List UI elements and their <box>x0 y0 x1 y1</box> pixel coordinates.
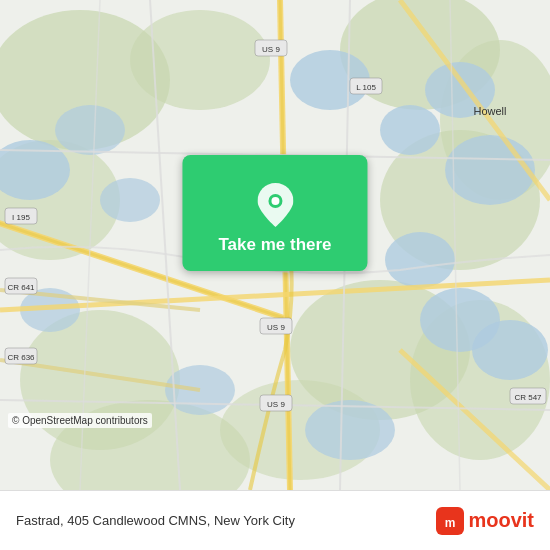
svg-point-22 <box>305 400 395 460</box>
osm-credit: © OpenStreetMap contributors <box>8 413 152 428</box>
osm-credit-text: © OpenStreetMap contributors <box>12 415 148 426</box>
location-text: Fastrad, 405 Candlewood CMNS, New York C… <box>16 513 295 528</box>
svg-point-20 <box>55 105 125 155</box>
svg-point-18 <box>472 320 548 380</box>
svg-point-15 <box>445 135 535 205</box>
moovit-logo-icon: m <box>436 507 464 535</box>
svg-text:I 195: I 195 <box>12 213 30 222</box>
moovit-text: moovit <box>468 509 534 532</box>
svg-text:CR 547: CR 547 <box>514 393 542 402</box>
svg-text:CR 641: CR 641 <box>7 283 35 292</box>
moovit-logo: m moovit <box>436 507 534 535</box>
svg-text:Howell: Howell <box>473 105 506 117</box>
svg-text:US 9: US 9 <box>267 400 285 409</box>
svg-point-13 <box>380 105 440 155</box>
bottom-bar: Fastrad, 405 Candlewood CMNS, New York C… <box>0 490 550 550</box>
svg-text:US 9: US 9 <box>262 45 280 54</box>
svg-text:L 105: L 105 <box>356 83 376 92</box>
svg-point-16 <box>385 232 455 288</box>
cta-button-container: Take me there <box>182 155 367 271</box>
svg-text:US 9: US 9 <box>267 323 285 332</box>
cta-button-label: Take me there <box>218 235 331 255</box>
svg-point-21 <box>100 178 160 222</box>
location-pin-icon <box>257 183 293 227</box>
take-me-there-button[interactable]: Take me there <box>182 155 367 271</box>
svg-text:m: m <box>445 516 456 530</box>
map-container: I 195 CR 641 CR 636 US 9 US 9 US 9 L 105… <box>0 0 550 490</box>
svg-point-58 <box>271 197 279 205</box>
svg-text:CR 636: CR 636 <box>7 353 35 362</box>
